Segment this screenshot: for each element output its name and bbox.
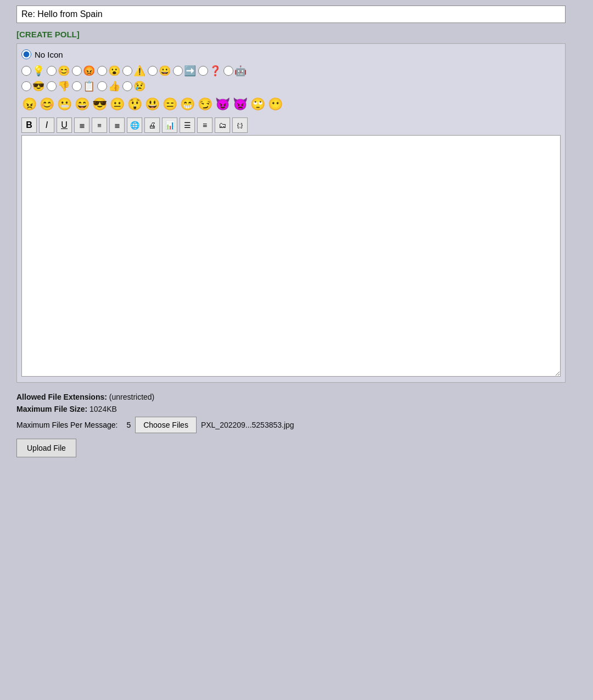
smile-icon: 😊	[58, 65, 70, 77]
arrow-icon: ➡️	[184, 65, 196, 77]
allowed-extensions-row: Allowed File Extensions: (unrestricted)	[16, 393, 566, 401]
icon-radio-arrow[interactable]	[173, 66, 183, 76]
icon-pair-robot: 🤖	[223, 65, 247, 77]
allowed-extensions-value-text: (unrestricted)	[109, 393, 154, 401]
emoji-faces-row: 😠 😊 😬 😄 😎 😐 😲 😃 😑 😁 😏 😈 👿 🙄 😶	[21, 97, 561, 112]
grimace-face-icon[interactable]: 😬	[57, 97, 72, 112]
icon-pair-smile: 😊	[47, 65, 70, 77]
allowed-extensions-label: Allowed File Extensions:	[16, 393, 107, 401]
lightbulb-icon: 💡	[32, 65, 44, 77]
align-left-button[interactable]: ≣	[74, 117, 89, 133]
smirk-face-icon[interactable]: 😏	[197, 97, 212, 112]
angry-face-icon[interactable]: 😠	[21, 97, 37, 112]
laugh-face-icon[interactable]: 😄	[74, 97, 89, 112]
robot-icon: 🤖	[234, 65, 247, 77]
bold-button[interactable]: B	[21, 117, 37, 133]
print-button[interactable]: 🖨	[144, 117, 160, 133]
message-textarea[interactable]	[21, 135, 561, 377]
insert-table-button[interactable]: 🗂	[215, 117, 230, 133]
icon-radio-surprised[interactable]	[97, 66, 107, 76]
no-icon-radio[interactable]	[21, 49, 31, 59]
warning-icon: ⚠️	[133, 65, 146, 77]
icon-pair-question: ❓	[198, 65, 221, 77]
align-right-button[interactable]: ≣	[109, 117, 125, 133]
chosen-file-name: PXL_202209...5253853.jpg	[201, 421, 294, 429]
expressionless-face-icon[interactable]: 😑	[162, 97, 177, 112]
icon-pair-thumbsup: 👍	[97, 80, 120, 92]
unordered-list-button[interactable]: ≡	[197, 117, 212, 133]
devilish-face-icon[interactable]: 👿	[232, 97, 248, 112]
biggrin-face-icon[interactable]: 😃	[144, 97, 160, 112]
icon-pair-clipboard: 📋	[72, 80, 95, 92]
upload-file-button[interactable]: Upload File	[16, 439, 76, 457]
icon-radio-warning[interactable]	[122, 66, 132, 76]
nomouth-face-icon[interactable]: 😶	[267, 97, 283, 112]
subject-input[interactable]	[16, 5, 566, 23]
sad-icon: 😢	[133, 80, 146, 92]
thumbsdown-icon: 👎	[58, 80, 70, 92]
italic-button[interactable]: I	[39, 117, 54, 133]
create-poll-link[interactable]: [CREATE POLL]	[16, 30, 80, 39]
max-size-value-text: 1024KB	[89, 405, 117, 413]
icon-pair-angry: 😡	[72, 65, 95, 77]
create-poll-section: [CREATE POLL]	[16, 26, 566, 43]
cool-face-icon[interactable]: 😎	[92, 97, 107, 112]
icon-pair-thumbsdown: 👎	[47, 80, 70, 92]
icon-pair-cool: 😎	[21, 80, 44, 92]
icons-row-2: 😎 👎 📋 👍 😢	[21, 80, 561, 92]
icon-pair-warning: ⚠️	[122, 65, 146, 77]
cool-icon: 😎	[32, 80, 44, 92]
evil-face-icon[interactable]: 😈	[215, 97, 230, 112]
icon-radio-smile[interactable]	[47, 66, 57, 76]
icons-row-1: 💡 😊 😡 😮 ⚠️ 😀	[21, 65, 561, 77]
code-button[interactable]: {;}	[232, 117, 248, 133]
shocked-face-icon[interactable]: 😲	[127, 97, 142, 112]
icon-radio-thumbsup[interactable]	[97, 81, 107, 91]
neutral-face-icon[interactable]: 😐	[109, 97, 125, 112]
angry-icon: 😡	[83, 65, 95, 77]
icon-radio-thumbsdown[interactable]	[47, 81, 57, 91]
grin-icon: 😀	[159, 65, 171, 77]
icon-radio-cool[interactable]	[21, 81, 31, 91]
file-controls-row: Maximum Files Per Message: 5 Choose File…	[16, 417, 566, 433]
icon-pair-lightbulb: 💡	[21, 65, 44, 77]
underline-button[interactable]: U	[57, 117, 72, 133]
max-size-row: Maximum File Size: 1024KB	[16, 405, 566, 413]
rolleyes-face-icon[interactable]: 🙄	[250, 97, 265, 112]
max-size-label: Maximum File Size:	[16, 405, 87, 413]
insert-image-button[interactable]: 📊	[162, 117, 177, 133]
icon-pair-surprised: 😮	[97, 65, 120, 77]
formatting-toolbar: B I U ≣ ≡ ≣ 🌐 🖨 📊 ☰ ≡ 🗂 {;}	[21, 114, 561, 135]
icon-selector: No Icon 💡 😊 😡 😮 ⚠️	[16, 43, 566, 383]
upload-row: Upload File	[16, 439, 566, 457]
align-center-button[interactable]: ≡	[92, 117, 107, 133]
surprised-icon: 😮	[108, 65, 120, 77]
icon-pair-sad: 😢	[122, 80, 146, 92]
clipboard-icon: 📋	[83, 80, 95, 92]
icon-radio-angry[interactable]	[72, 66, 82, 76]
ordered-list-button[interactable]: ☰	[180, 117, 195, 133]
icon-radio-clipboard[interactable]	[72, 81, 82, 91]
icon-radio-sad[interactable]	[122, 81, 132, 91]
no-icon-row: No Icon	[21, 49, 561, 59]
thumbsup-icon: 👍	[108, 80, 120, 92]
file-section: Allowed File Extensions: (unrestricted) …	[16, 386, 566, 463]
icon-radio-grin[interactable]	[148, 66, 158, 76]
subject-section	[16, 0, 566, 26]
max-files-value-text: 5	[126, 421, 131, 429]
happy-face-icon[interactable]: 😊	[39, 97, 54, 112]
icon-radio-lightbulb[interactable]	[21, 66, 31, 76]
icon-pair-grin: 😀	[148, 65, 171, 77]
choose-files-button[interactable]: Choose Files	[135, 417, 197, 433]
icon-radio-robot[interactable]	[223, 66, 233, 76]
no-icon-label: No Icon	[35, 50, 63, 59]
teeth-face-icon[interactable]: 😁	[180, 97, 195, 112]
question-icon: ❓	[209, 65, 221, 77]
max-files-label: Maximum Files Per Message:	[16, 421, 118, 429]
icon-radio-question[interactable]	[198, 66, 208, 76]
insert-link-button[interactable]: 🌐	[127, 117, 142, 133]
icon-pair-arrow: ➡️	[173, 65, 196, 77]
